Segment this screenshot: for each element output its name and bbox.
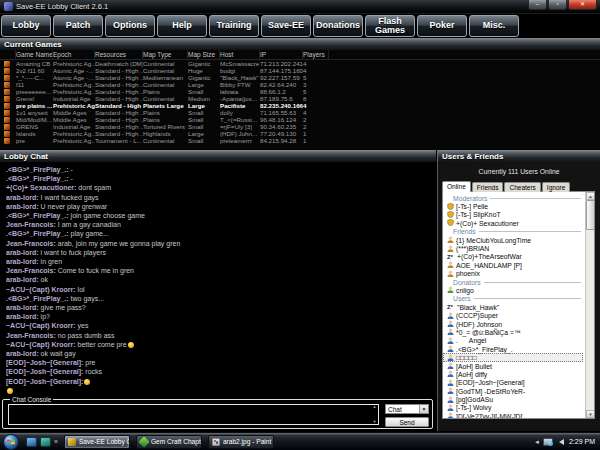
tab-online[interactable]: Online xyxy=(442,181,471,192)
game-row[interactable]: f11Prehistoric Ag...Standard - High ...C… xyxy=(0,81,600,88)
game-row[interactable]: 2v2 f11 60Atomic Age -...Standard - High… xyxy=(0,67,600,74)
user-item[interactable]: [GodTM] -DeStRoYeR- xyxy=(443,387,583,395)
menu-button-lobby[interactable]: Lobby xyxy=(1,15,51,37)
channel-select[interactable]: Chat ▼ xyxy=(385,404,429,414)
scroll-down-icon[interactable]: ▼ xyxy=(586,410,595,418)
game-map-type: Tortured Rivers xyxy=(143,123,188,130)
user-item[interactable]: [pg]GodASu xyxy=(443,395,583,403)
game-row[interactable]: GRENSIndustrial AgeStandard - High ...To… xyxy=(0,123,600,130)
send-button[interactable]: Send xyxy=(385,417,429,427)
user-item[interactable]: {1} MeClubYouLongTime xyxy=(443,236,583,244)
game-row[interactable]: 1v1 anysettMiddle AgesStandard - High ..… xyxy=(0,109,600,116)
user-item[interactable]: . Angel xyxy=(443,337,583,345)
chat-text: i want to fuck players xyxy=(39,249,106,256)
volume-icon[interactable] xyxy=(556,439,564,445)
user-person-icon xyxy=(447,320,454,328)
user-item[interactable]: [EOD]~Josh~[General] xyxy=(443,379,583,387)
chevron-down-icon[interactable]: ▼ xyxy=(419,405,428,413)
user-item[interactable]: Zᶻ"Black_Hawk" xyxy=(443,303,583,311)
network-icon[interactable] xyxy=(543,438,553,446)
close-icon[interactable]: ✕ xyxy=(568,0,597,10)
user-item[interactable]: (HDF) Johnson xyxy=(443,320,583,328)
minimize-icon[interactable]: – xyxy=(528,0,547,10)
column-header: Players xyxy=(303,50,329,59)
menu-button-training[interactable]: Training xyxy=(209,15,259,37)
users-scrollbar[interactable]: ▲ ▼ xyxy=(585,192,594,418)
game-row[interactable]: Grens!Industrial AgeStandard - High ...C… xyxy=(0,95,600,102)
menu-button-donations[interactable]: Donations xyxy=(313,15,363,37)
game-icon xyxy=(4,138,10,144)
scrollbar-thumb[interactable] xyxy=(586,200,595,230)
user-item[interactable]: (***)BRIAN xyxy=(443,244,583,252)
game-row[interactable]: Mid/Mod/M...Middle AgesStandard - High .… xyxy=(0,116,600,123)
game-resources: Standard - High ... xyxy=(95,74,143,81)
menu-button-options[interactable]: Options xyxy=(105,15,155,37)
chat-input[interactable] xyxy=(8,404,379,425)
game-row[interactable]: Amazing CBPrehistoric Ag...Deathmatch (D… xyxy=(0,60,600,67)
chat-message: Jean-Francois: Come to fuck me in gren xyxy=(6,266,433,275)
taskbar-task-button[interactable]: Save-EE Lobby Clien... xyxy=(64,435,130,449)
taskbar-task-button[interactable]: arab2.jpg - Paint xyxy=(208,435,274,449)
user-group-label: Moderators xyxy=(453,195,487,202)
menu-button-poker[interactable]: Poker xyxy=(417,15,467,37)
user-item[interactable]: [AoH] diffy xyxy=(443,370,583,378)
quick-launch-icon[interactable] xyxy=(26,437,37,447)
user-item[interactable]: [-Ts-] Wolvy xyxy=(443,404,583,412)
menu-button-help[interactable]: Help xyxy=(157,15,207,37)
game-map-size: Small xyxy=(188,88,220,95)
game-resources: Standard - High ... xyxy=(95,123,143,130)
moderator-shield-icon xyxy=(447,203,454,211)
start-button[interactable] xyxy=(3,434,19,450)
user-item[interactable]: □□□□□ xyxy=(443,353,583,361)
user-item[interactable]: [-Ts-] SlipKnoT xyxy=(443,211,583,219)
user-name: {1} MeClubYouLongTime xyxy=(456,237,531,244)
moderator-shield-icon xyxy=(447,219,454,227)
scroll-down-icon[interactable]: ▼ xyxy=(373,420,377,424)
game-map-size: Small xyxy=(188,116,220,123)
tab-ignore[interactable]: Ignore xyxy=(542,182,570,192)
user-item[interactable]: phoenix xyxy=(443,270,583,278)
user-item[interactable]: Zᶻ+(Co)+TheArseofWar xyxy=(443,253,583,261)
user-name: [-Ts-] Wolvy xyxy=(456,404,491,411)
quick-launch-icon[interactable] xyxy=(40,437,51,447)
chat-message: ~ACU~(Capt) Kroorr: better come pre xyxy=(6,340,433,349)
game-icon xyxy=(4,117,10,123)
game-host: dolly xyxy=(220,109,260,116)
maximize-icon[interactable]: ▫ xyxy=(548,0,567,10)
user-item[interactable]: +(Co)+ Sexacutioner xyxy=(443,219,583,227)
user-item[interactable]: .<BG>*_FirePlay_. xyxy=(443,345,583,353)
game-ip: 90.34.60.235 xyxy=(260,123,303,130)
user-item[interactable]: [AoH] Bullet xyxy=(443,362,583,370)
chat-input-scrollbar[interactable]: ▲ ▼ xyxy=(371,405,378,424)
column-header: Epoch xyxy=(53,50,95,59)
taskbar-task-button[interactable]: Gem Craft Chapter ... xyxy=(136,435,202,449)
game-epoch: Prehistoric Ag... xyxy=(53,88,95,95)
user-item[interactable]: AOE_HANDLAMP [P] xyxy=(443,261,583,269)
user-item[interactable]: cnligo xyxy=(443,286,583,294)
system-tray: ◄ 2:29 PM xyxy=(534,438,600,446)
game-row[interactable]: preeeeeee...Prehistoric Ag...Standard - … xyxy=(0,88,600,95)
menu-button-patch[interactable]: Patch xyxy=(53,15,103,37)
scroll-up-icon[interactable]: ▲ xyxy=(586,192,595,200)
user-group-header: Friends xyxy=(443,228,594,236)
menu-button-misc-[interactable]: Misc. xyxy=(469,15,519,37)
tray-chevron-icon[interactable]: ◄ xyxy=(534,439,540,445)
game-epoch: Prehistoric Ag... xyxy=(53,60,95,67)
user-item[interactable]: *0_= @ù:BaÑiÇa =™ xyxy=(443,328,583,336)
user-item[interactable]: [-Ts-] Pelle xyxy=(443,202,583,210)
game-row[interactable]: pre plains ...Prehistoric Ag...Standard … xyxy=(0,102,600,109)
game-row[interactable]: *_*-----C...Atomic Age -...Standard - Hi… xyxy=(0,74,600,81)
chat-sender: [EOD]~Josh~[General]: xyxy=(6,368,83,375)
user-item[interactable]: ]D[-Ve2Tyy-]I[-MW-]D[ xyxy=(443,412,583,419)
chat-message: arab-lord: U never play grenwar xyxy=(6,202,433,211)
tab-friends[interactable]: Friends xyxy=(472,182,504,192)
game-row[interactable]: IslandsPrehistoric Ag...Standard - High … xyxy=(0,130,600,137)
tab-cheaters[interactable]: Cheaters xyxy=(504,182,540,192)
user-item[interactable]: (CCCP)Super xyxy=(443,311,583,319)
menu-button-flash-games[interactable]: Flash Games xyxy=(365,15,415,37)
menu-button-save-ee[interactable]: Save-EE xyxy=(261,15,311,37)
smiley-icon xyxy=(7,388,13,394)
scroll-up-icon[interactable]: ▲ xyxy=(373,405,377,409)
chat-message: ~ACU~(Capt) Kroorr: lol xyxy=(6,285,433,294)
game-row[interactable]: prePrehistoric Ag...Tournament - L...Con… xyxy=(0,137,600,144)
